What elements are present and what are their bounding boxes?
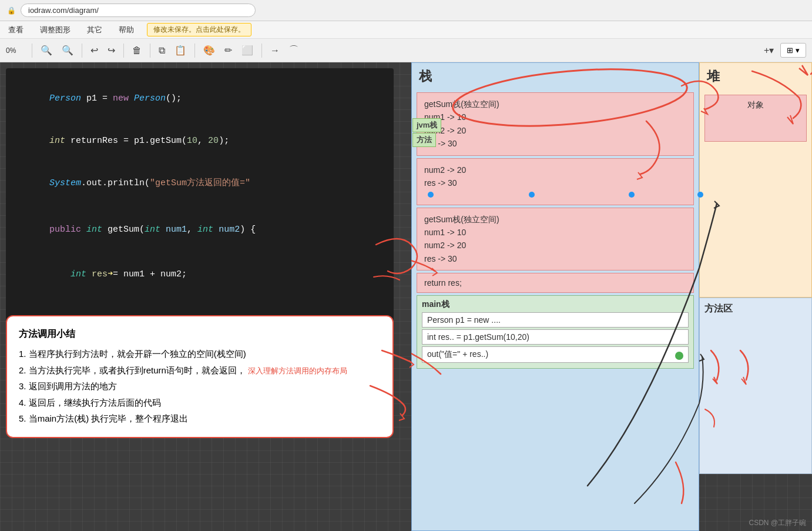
menu-bar: 查看 调整图形 其它 帮助 修改未保存。点击此处保存。 bbox=[0, 21, 812, 39]
object-label: 对象 bbox=[712, 100, 799, 111]
frame2-res: res -> 30 bbox=[424, 176, 686, 189]
method-area-section: 方法区 bbox=[699, 298, 812, 474]
watermark: CSDN @工胖子碗 bbox=[749, 518, 806, 528]
heap-header: 堆 bbox=[700, 63, 811, 90]
summary-title: 方法调用小结 bbox=[19, 326, 381, 342]
getsum-full-title: getSum栈(独立空间) bbox=[424, 213, 686, 226]
browser-bar: 🔒 iodraw.com/diagram/ bbox=[0, 0, 812, 21]
toolbar-separator-6 bbox=[261, 44, 262, 58]
line-btn[interactable]: ✏ bbox=[222, 43, 235, 58]
getsum-top-title: getSum栈(独立空间) bbox=[424, 98, 686, 111]
dot-4 bbox=[697, 192, 703, 198]
menu-other[interactable]: 其它 bbox=[83, 24, 106, 36]
frame-num2: num2 -> 20 bbox=[424, 124, 686, 137]
toolbar-right: +▾ ⊞ ▾ bbox=[761, 43, 806, 58]
getsum-res: res -> 30 bbox=[424, 252, 686, 265]
diagram-area: 栈 getSum栈(独立空间) num1 -> 10 num2 -> 20 re… bbox=[411, 62, 812, 531]
summary-item-1: 1. 当程序执行到方法时，就会开辟一个独立的空间(栈空间) bbox=[19, 346, 381, 362]
heap-section: 堆 对象 bbox=[699, 62, 812, 298]
return-frame: return res; bbox=[417, 273, 694, 293]
getsum-frame-full: getSum栈(独立空间) num1 -> 10 num2 -> 20 res … bbox=[417, 208, 694, 271]
jvm-label: jvm栈 bbox=[412, 118, 441, 132]
canvas-area[interactable]: Person p1 = new Person(); int returnRes … bbox=[0, 62, 812, 531]
method-inner-label: 方法 bbox=[412, 133, 436, 147]
connect-btn[interactable]: → bbox=[267, 44, 283, 58]
main-stack-frame: main栈 Person p1 = new .... int res.. = p… bbox=[417, 295, 694, 369]
fill-btn[interactable]: 🎨 bbox=[200, 43, 218, 58]
code-line-1: Person p1 = new Person(); bbox=[18, 78, 382, 120]
zoom-in-btn[interactable]: 🔍 bbox=[59, 43, 76, 58]
method-sig-line: public int getSum(int num1, int num2) { bbox=[18, 207, 382, 252]
menu-view[interactable]: 查看 bbox=[5, 24, 27, 36]
getsum-num2: num2 -> 20 bbox=[424, 239, 686, 252]
main-item-2: int res.. = p1.getSum(10,20) bbox=[422, 329, 689, 345]
stack-header: 栈 bbox=[412, 63, 699, 90]
table-btn[interactable]: ⊞ ▾ bbox=[780, 43, 806, 58]
toolbar-separator-4 bbox=[150, 44, 150, 58]
summary-item-5: 5. 当main方法(栈) 执行完毕，整个程序退出 bbox=[19, 411, 381, 426]
getsum-frame-top: getSum栈(独立空间) num1 -> 10 num2 -> 20 res … bbox=[417, 92, 694, 156]
zoom-out-btn[interactable]: 🔍 bbox=[38, 43, 55, 58]
main-stack-label: main栈 bbox=[422, 299, 689, 310]
summary-item-3: 3. 返回到调用方法的地方 bbox=[19, 379, 381, 394]
code-line-2: int returnRes = p1.getSum(10, 20); bbox=[18, 120, 382, 162]
toolbar-separator-2 bbox=[82, 44, 82, 58]
add-element-btn[interactable]: +▾ bbox=[761, 43, 777, 58]
url-bar[interactable]: iodraw.com/diagram/ bbox=[21, 4, 256, 17]
summary-box: 方法调用小结 1. 当程序执行到方法时，就会开辟一个独立的空间(栈空间) 2. … bbox=[6, 315, 394, 438]
dot-2 bbox=[529, 192, 535, 198]
copy-btn[interactable]: ⧉ bbox=[156, 44, 168, 58]
undo-btn[interactable]: ↩ bbox=[88, 43, 101, 58]
menu-adjust[interactable]: 调整图形 bbox=[36, 24, 74, 36]
frame-num1: num1 -> 10 bbox=[424, 111, 686, 123]
toolbar-separator-5 bbox=[194, 44, 195, 58]
frame2-num2: num2 -> 20 bbox=[424, 163, 686, 176]
menu-help[interactable]: 帮助 bbox=[115, 24, 137, 36]
summary-item-2: 2. 当方法执行完毕，或者执行到return语句时，就会返回， 深入理解方法调用… bbox=[19, 363, 381, 378]
summary-item-4: 4. 返回后，继续执行方法后面的代码 bbox=[19, 395, 381, 410]
frame-res: res -> 30 bbox=[424, 137, 686, 150]
redo-btn[interactable]: ↪ bbox=[105, 43, 118, 58]
lock-icon: 🔒 bbox=[7, 6, 16, 15]
toolbar-separator-1 bbox=[32, 44, 32, 58]
summary-highlight: 深入理解方法调用的内存布局 bbox=[248, 366, 347, 375]
stack-section: 栈 getSum栈(独立空间) num1 -> 10 num2 -> 20 re… bbox=[411, 62, 699, 531]
toolbar: 0% 🔍 🔍 ↩ ↪ 🗑 ⧉ 📋 🎨 ✏ ⬜ → ⌒ +▾ ⊞ ▾ bbox=[0, 39, 812, 62]
toolbar-separator-3 bbox=[123, 44, 124, 58]
dot-1 bbox=[428, 192, 434, 198]
main-item-3: out("值=" + res..) bbox=[422, 346, 689, 363]
save-notice[interactable]: 修改未保存。点击此处保存。 bbox=[147, 23, 251, 36]
paste-btn[interactable]: 📋 bbox=[172, 43, 189, 58]
green-dot bbox=[675, 352, 683, 360]
dot-3 bbox=[629, 192, 635, 198]
delete-btn[interactable]: 🗑 bbox=[129, 44, 145, 58]
method-body-1: int res➜= num1 + num2; bbox=[18, 252, 382, 298]
method-area-label: 方法区 bbox=[700, 298, 811, 320]
shape-btn[interactable]: ⬜ bbox=[239, 43, 256, 58]
frame-2: num2 -> 20 res -> 30 bbox=[417, 158, 694, 205]
getsum-num1: num1 -> 10 bbox=[424, 226, 686, 239]
code-block-main: Person p1 = new Person(); int returnRes … bbox=[6, 68, 394, 214]
object-box: 对象 bbox=[704, 95, 807, 142]
zoom-label: 0% bbox=[6, 46, 26, 55]
main-item-1: Person p1 = new .... bbox=[422, 312, 689, 328]
return-stmt: return res; bbox=[424, 278, 686, 288]
curve-btn[interactable]: ⌒ bbox=[286, 42, 301, 58]
